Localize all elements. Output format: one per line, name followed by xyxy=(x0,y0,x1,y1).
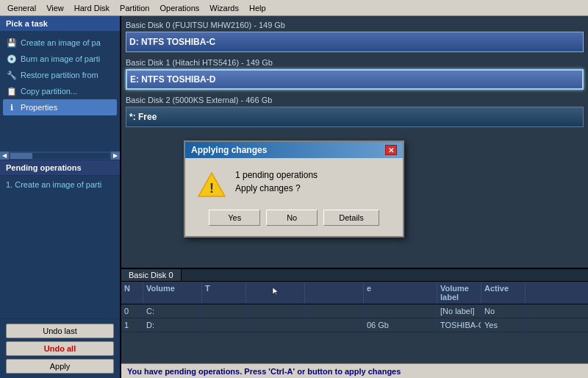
modal-apply-text: Apply changes ? xyxy=(235,183,318,193)
modal-pending-text: 1 pending operations xyxy=(235,170,318,180)
modal-title: Applying changes xyxy=(191,145,267,155)
modal-no-button[interactable]: No xyxy=(266,210,318,226)
modal-details-button[interactable]: Details xyxy=(323,210,379,226)
modal-buttons: Yes No Details xyxy=(209,204,379,229)
modal-icon-area: ! 1 pending operations Apply changes ? xyxy=(197,170,391,199)
svg-text:!: ! xyxy=(209,181,214,196)
modal-titlebar: Applying changes ✕ xyxy=(185,142,403,158)
modal-dialog: Applying changes ✕ ! 1 pending operation… xyxy=(184,140,404,238)
modal-overlay: Applying changes ✕ ! 1 pending operation… xyxy=(0,0,588,378)
modal-close-button[interactable]: ✕ xyxy=(385,145,397,155)
modal-yes-button[interactable]: Yes xyxy=(209,210,260,226)
modal-text-area: 1 pending operations Apply changes ? xyxy=(235,170,318,193)
modal-body: ! 1 pending operations Apply changes ? Y… xyxy=(185,158,403,236)
warning-icon: ! xyxy=(197,170,226,199)
